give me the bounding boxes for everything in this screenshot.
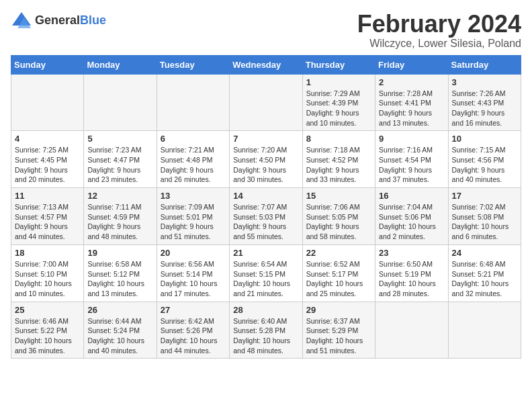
day-info: Sunrise: 6:44 AM Sunset: 5:24 PM Dayligh… [87,316,152,356]
day-number: 24 [452,248,517,258]
calendar-cell: 25Sunrise: 6:46 AM Sunset: 5:22 PM Dayli… [11,302,84,359]
day-info: Sunrise: 7:21 AM Sunset: 4:48 PM Dayligh… [161,145,226,185]
day-number: 9 [379,134,444,144]
weekday-header: Saturday [448,55,521,74]
calendar-cell: 10Sunrise: 7:15 AM Sunset: 4:56 PM Dayli… [448,131,521,188]
day-number: 11 [15,191,80,201]
day-number: 13 [161,191,226,201]
title-area: February 2024 Wilczyce, Lower Silesia, P… [357,11,521,50]
day-info: Sunrise: 6:56 AM Sunset: 5:14 PM Dayligh… [161,259,226,299]
day-number: 7 [233,134,298,144]
day-number: 19 [87,248,152,258]
calendar-cell: 29Sunrise: 6:37 AM Sunset: 5:29 PM Dayli… [302,302,375,359]
calendar-cell [11,74,84,131]
day-number: 12 [87,191,152,201]
logo: GeneralBlue [11,11,106,30]
weekday-header-row: SundayMondayTuesdayWednesdayThursdayFrid… [11,55,521,74]
day-number: 28 [233,305,298,315]
day-number: 4 [15,134,80,144]
weekday-header: Thursday [302,55,375,74]
logo-text-general: General [35,13,80,27]
calendar-cell: 23Sunrise: 6:50 AM Sunset: 5:19 PM Dayli… [375,244,448,302]
day-number: 8 [306,134,371,144]
location-title: Wilczyce, Lower Silesia, Poland [357,38,521,50]
day-number: 26 [87,305,152,315]
day-info: Sunrise: 6:54 AM Sunset: 5:15 PM Dayligh… [233,259,298,299]
calendar-cell: 22Sunrise: 6:52 AM Sunset: 5:17 PM Dayli… [302,244,375,302]
calendar-cell: 13Sunrise: 7:09 AM Sunset: 5:01 PM Dayli… [157,188,229,245]
calendar-cell: 15Sunrise: 7:06 AM Sunset: 5:05 PM Dayli… [302,188,375,245]
weekday-header: Sunday [11,55,84,74]
day-info: Sunrise: 7:23 AM Sunset: 4:47 PM Dayligh… [87,145,152,185]
calendar-cell: 18Sunrise: 7:00 AM Sunset: 5:10 PM Dayli… [11,244,84,302]
day-info: Sunrise: 7:02 AM Sunset: 5:08 PM Dayligh… [452,202,517,242]
calendar-cell: 9Sunrise: 7:16 AM Sunset: 4:54 PM Daylig… [375,131,448,188]
day-number: 18 [15,248,80,258]
day-number: 15 [306,191,371,201]
calendar-cell: 7Sunrise: 7:20 AM Sunset: 4:50 PM Daylig… [230,131,302,188]
day-info: Sunrise: 7:18 AM Sunset: 4:52 PM Dayligh… [306,145,371,185]
day-info: Sunrise: 6:42 AM Sunset: 5:26 PM Dayligh… [161,316,226,356]
calendar-cell: 8Sunrise: 7:18 AM Sunset: 4:52 PM Daylig… [302,131,375,188]
logo-icon [11,11,32,30]
day-number: 1 [306,77,371,87]
day-number: 2 [379,77,444,87]
calendar-cell: 2Sunrise: 7:28 AM Sunset: 4:41 PM Daylig… [375,74,448,131]
calendar-cell: 12Sunrise: 7:11 AM Sunset: 4:59 PM Dayli… [84,188,157,245]
calendar-cell [375,302,448,359]
calendar-cell [230,74,302,131]
calendar-cell: 16Sunrise: 7:04 AM Sunset: 5:06 PM Dayli… [375,188,448,245]
week-row: 11Sunrise: 7:13 AM Sunset: 4:57 PM Dayli… [11,188,521,245]
calendar-cell: 20Sunrise: 6:56 AM Sunset: 5:14 PM Dayli… [157,244,229,302]
day-info: Sunrise: 6:48 AM Sunset: 5:21 PM Dayligh… [452,259,517,299]
calendar-cell: 21Sunrise: 6:54 AM Sunset: 5:15 PM Dayli… [230,244,302,302]
day-number: 10 [452,134,517,144]
week-row: 25Sunrise: 6:46 AM Sunset: 5:22 PM Dayli… [11,302,521,359]
calendar-cell: 14Sunrise: 7:07 AM Sunset: 5:03 PM Dayli… [230,188,302,245]
day-number: 17 [452,191,517,201]
day-info: Sunrise: 7:20 AM Sunset: 4:50 PM Dayligh… [233,145,298,185]
calendar: SundayMondayTuesdayWednesdayThursdayFrid… [11,55,521,359]
day-info: Sunrise: 6:46 AM Sunset: 5:22 PM Dayligh… [15,316,80,356]
day-info: Sunrise: 6:40 AM Sunset: 5:28 PM Dayligh… [233,316,298,356]
day-info: Sunrise: 7:26 AM Sunset: 4:43 PM Dayligh… [452,89,517,128]
day-info: Sunrise: 7:16 AM Sunset: 4:54 PM Dayligh… [379,145,444,185]
day-info: Sunrise: 7:09 AM Sunset: 5:01 PM Dayligh… [161,202,226,242]
calendar-cell: 11Sunrise: 7:13 AM Sunset: 4:57 PM Dayli… [11,188,84,245]
calendar-cell: 19Sunrise: 6:58 AM Sunset: 5:12 PM Dayli… [84,244,157,302]
weekday-header: Friday [375,55,448,74]
day-info: Sunrise: 6:37 AM Sunset: 5:29 PM Dayligh… [306,316,371,356]
day-number: 5 [87,134,152,144]
day-info: Sunrise: 7:15 AM Sunset: 4:56 PM Dayligh… [452,145,517,185]
weekday-header: Wednesday [230,55,302,74]
day-info: Sunrise: 6:52 AM Sunset: 5:17 PM Dayligh… [306,259,371,299]
day-number: 25 [15,305,80,315]
calendar-cell: 26Sunrise: 6:44 AM Sunset: 5:24 PM Dayli… [84,302,157,359]
day-info: Sunrise: 7:06 AM Sunset: 5:05 PM Dayligh… [306,202,371,242]
day-info: Sunrise: 7:29 AM Sunset: 4:39 PM Dayligh… [306,89,371,128]
day-number: 16 [379,191,444,201]
day-number: 21 [233,248,298,258]
calendar-cell: 3Sunrise: 7:26 AM Sunset: 4:43 PM Daylig… [448,74,521,131]
day-info: Sunrise: 7:04 AM Sunset: 5:06 PM Dayligh… [379,202,444,242]
day-number: 27 [161,305,226,315]
day-number: 3 [452,77,517,87]
calendar-cell: 6Sunrise: 7:21 AM Sunset: 4:48 PM Daylig… [157,131,229,188]
calendar-cell: 24Sunrise: 6:48 AM Sunset: 5:21 PM Dayli… [448,244,521,302]
page-header: GeneralBlue February 2024 Wilczyce, Lowe… [11,11,521,50]
calendar-cell: 4Sunrise: 7:25 AM Sunset: 4:45 PM Daylig… [11,131,84,188]
calendar-cell [84,74,157,131]
day-info: Sunrise: 6:58 AM Sunset: 5:12 PM Dayligh… [87,259,152,299]
calendar-cell: 5Sunrise: 7:23 AM Sunset: 4:47 PM Daylig… [84,131,157,188]
day-info: Sunrise: 7:28 AM Sunset: 4:41 PM Dayligh… [379,89,444,128]
month-title: February 2024 [357,11,521,38]
day-info: Sunrise: 7:13 AM Sunset: 4:57 PM Dayligh… [15,202,80,242]
day-info: Sunrise: 7:25 AM Sunset: 4:45 PM Dayligh… [15,145,80,185]
week-row: 1Sunrise: 7:29 AM Sunset: 4:39 PM Daylig… [11,74,521,131]
day-info: Sunrise: 7:07 AM Sunset: 5:03 PM Dayligh… [233,202,298,242]
day-info: Sunrise: 7:00 AM Sunset: 5:10 PM Dayligh… [15,259,80,299]
day-number: 14 [233,191,298,201]
week-row: 18Sunrise: 7:00 AM Sunset: 5:10 PM Dayli… [11,244,521,302]
calendar-cell: 28Sunrise: 6:40 AM Sunset: 5:28 PM Dayli… [230,302,302,359]
calendar-cell: 27Sunrise: 6:42 AM Sunset: 5:26 PM Dayli… [157,302,229,359]
